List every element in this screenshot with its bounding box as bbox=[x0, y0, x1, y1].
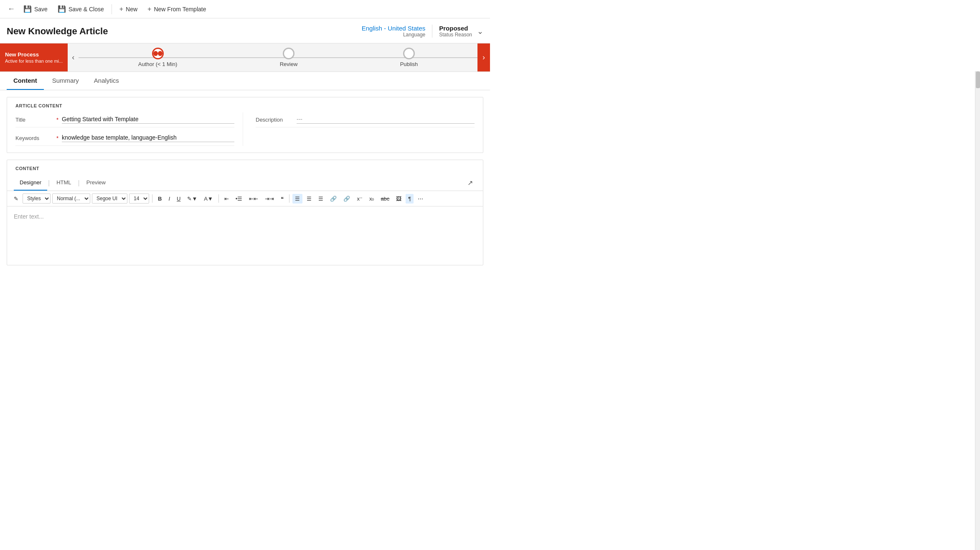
fields-left: Title * Getting Started with Template Ke… bbox=[15, 112, 243, 146]
step-label-publish: Publish bbox=[400, 61, 418, 67]
editor-placeholder: Enter text... bbox=[14, 213, 44, 220]
keywords-label: Keywords bbox=[15, 135, 53, 141]
link-button[interactable]: 🔗 bbox=[328, 194, 339, 204]
save-icon: 💾 bbox=[23, 5, 32, 13]
fields-right: Description --- bbox=[243, 112, 475, 146]
editor-card: CONTENT Designer | HTML | Preview ↗ ✎ St… bbox=[7, 160, 483, 265]
unlink-button[interactable]: 🔗 bbox=[341, 194, 353, 204]
align-left-button[interactable]: ⇤ bbox=[222, 194, 231, 204]
title-value[interactable]: Getting Started with Template bbox=[62, 116, 234, 124]
status-chevron-icon[interactable]: ⌄ bbox=[477, 27, 483, 36]
subscript-button[interactable]: x₀ bbox=[367, 194, 377, 204]
process-next-button[interactable]: › bbox=[477, 43, 490, 71]
main-content: ARTICLE CONTENT Title * Getting Started … bbox=[0, 90, 490, 274]
paint-icon: ✎ bbox=[14, 196, 18, 202]
toolbar-sep1 bbox=[152, 194, 152, 203]
step-circle-author bbox=[152, 48, 164, 59]
keywords-value[interactable]: knowledge base template, language-Englis… bbox=[62, 134, 234, 142]
status-section: Proposed Status Reason ⌄ bbox=[432, 25, 483, 38]
process-step-review[interactable]: Review bbox=[280, 48, 298, 67]
save-button[interactable]: 💾 Save bbox=[19, 3, 52, 15]
toolbar-separator bbox=[112, 4, 112, 14]
editor-tabs: Designer | HTML | Preview ↗ bbox=[7, 175, 483, 191]
font-select[interactable]: Segoe UI bbox=[92, 194, 127, 204]
underline-button[interactable]: U bbox=[174, 194, 183, 204]
outdent-button[interactable]: ⇤⇤ bbox=[246, 194, 261, 204]
step-label-author: Author (< 1 Min) bbox=[138, 61, 178, 67]
toolbar-sep3 bbox=[289, 194, 289, 203]
italic-button[interactable]: I bbox=[166, 194, 173, 204]
toolbar: ← 💾 Save 💾 Save & Close + New + New From… bbox=[0, 0, 490, 18]
status-sublabel: Status Reason bbox=[439, 32, 472, 38]
tab-analytics[interactable]: Analytics bbox=[87, 72, 126, 90]
font-color-icon: A▼ bbox=[204, 196, 213, 202]
bullet-list-button[interactable]: •☰ bbox=[233, 194, 245, 204]
right-align-button[interactable]: ☰ bbox=[316, 194, 326, 204]
highlight-button[interactable]: ✎▼ bbox=[185, 194, 200, 204]
header-right: English - United States Language Propose… bbox=[362, 25, 483, 38]
process-sub: Active for less than one mi... bbox=[5, 59, 63, 64]
paragraph-marks-button[interactable]: ¶ bbox=[406, 194, 414, 204]
page-header: New Knowledge Article English - United S… bbox=[0, 18, 490, 43]
description-field-row: Description --- bbox=[256, 112, 475, 127]
new-icon: + bbox=[119, 5, 123, 13]
step-label-review: Review bbox=[280, 61, 298, 67]
article-content-title: ARTICLE CONTENT bbox=[7, 97, 483, 112]
back-button[interactable]: ← bbox=[5, 2, 18, 16]
bold-button[interactable]: B bbox=[155, 194, 164, 204]
editor-tab-preview[interactable]: Preview bbox=[81, 175, 112, 191]
editor-tab-designer[interactable]: Designer bbox=[14, 175, 47, 191]
block-align-button[interactable]: ☰ bbox=[292, 194, 302, 204]
expand-editor-button[interactable]: ↗ bbox=[464, 176, 476, 190]
tab-summary[interactable]: Summary bbox=[46, 72, 86, 90]
font-color-button[interactable]: A▼ bbox=[201, 194, 216, 204]
tab-content[interactable]: Content bbox=[7, 72, 44, 90]
editor-tab-sep1: | bbox=[47, 179, 51, 187]
process-label-block[interactable]: New Process Active for less than one mi.… bbox=[0, 43, 68, 71]
editor-tab-html[interactable]: HTML bbox=[51, 175, 77, 191]
page-title: New Knowledge Article bbox=[7, 26, 108, 37]
process-steps: Author (< 1 Min) Review Publish bbox=[79, 48, 477, 67]
indent-button[interactable]: ⇥⇥ bbox=[262, 194, 277, 204]
size-select[interactable]: 14 bbox=[129, 194, 149, 204]
title-required: * bbox=[56, 117, 58, 123]
step-circle-review bbox=[283, 48, 295, 59]
process-prev-button[interactable]: ‹ bbox=[68, 43, 79, 71]
process-title: New Process bbox=[5, 51, 63, 58]
save-close-icon: 💾 bbox=[58, 5, 66, 13]
status-info: Proposed Status Reason bbox=[439, 25, 472, 38]
center-align-button[interactable]: ☰ bbox=[304, 194, 314, 204]
new-template-icon: + bbox=[147, 5, 151, 13]
process-bar: New Process Active for less than one mi.… bbox=[0, 43, 490, 72]
language-section: English - United States Language bbox=[362, 25, 433, 38]
description-label: Description bbox=[256, 117, 293, 123]
description-value[interactable]: --- bbox=[297, 116, 475, 124]
editor-toolbar: ✎ Styles Normal (... Segoe UI 14 B I U ✎… bbox=[7, 191, 483, 206]
image-button[interactable]: 🖼 bbox=[394, 194, 404, 204]
keywords-field-row: Keywords * knowledge base template, lang… bbox=[15, 131, 234, 146]
strikethrough-button[interactable]: abc bbox=[378, 194, 392, 204]
toolbar-sep2 bbox=[218, 194, 219, 203]
language-sublabel: Language bbox=[362, 32, 426, 38]
title-label: Title bbox=[15, 117, 53, 123]
status-value: Proposed bbox=[439, 25, 472, 32]
title-field-row: Title * Getting Started with Template bbox=[15, 112, 234, 127]
styles-select[interactable]: Styles bbox=[23, 194, 51, 204]
article-fields: Title * Getting Started with Template Ke… bbox=[7, 112, 483, 153]
format-select[interactable]: Normal (... bbox=[52, 194, 90, 204]
editor-section-title: CONTENT bbox=[7, 160, 483, 175]
new-button[interactable]: + New bbox=[115, 3, 142, 15]
save-close-button[interactable]: 💾 Save & Close bbox=[53, 3, 108, 15]
process-step-author[interactable]: Author (< 1 Min) bbox=[138, 48, 178, 67]
highlight-icon: ✎▼ bbox=[187, 196, 197, 202]
new-template-button[interactable]: + New From Template bbox=[143, 3, 210, 15]
process-step-publish[interactable]: Publish bbox=[400, 48, 418, 67]
more-button[interactable]: ⋯ bbox=[415, 194, 426, 204]
step-dot-author bbox=[153, 51, 158, 56]
editor-body[interactable]: Enter text... bbox=[7, 206, 483, 265]
quote-button[interactable]: ❝ bbox=[278, 194, 286, 204]
superscript-button[interactable]: x⁻ bbox=[354, 194, 365, 204]
step-circle-publish bbox=[403, 48, 415, 59]
language-value[interactable]: English - United States bbox=[362, 25, 426, 32]
paint-button[interactable]: ✎ bbox=[11, 194, 21, 204]
